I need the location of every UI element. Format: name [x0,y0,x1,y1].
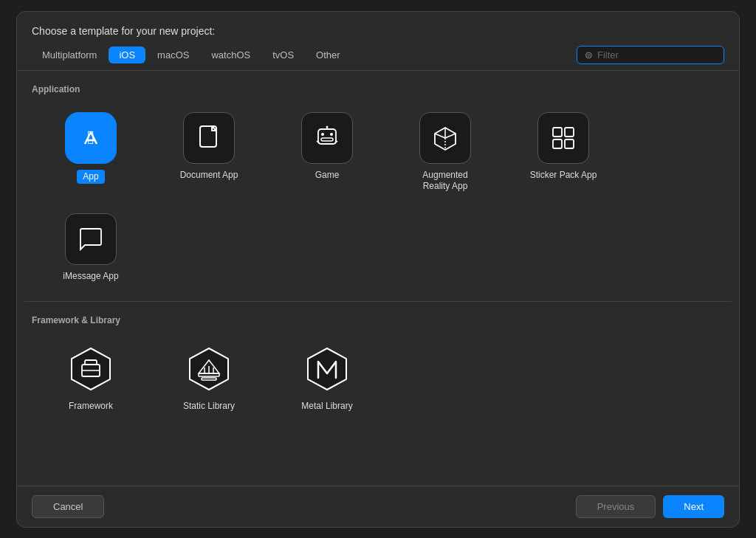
imessage-icon [65,213,117,265]
app-label: App [77,170,104,184]
svg-point-11 [326,125,329,128]
svg-rect-17 [553,128,562,137]
previous-button[interactable]: Previous [576,495,656,518]
sticker-pack-label: Sticker Pack App [530,170,597,182]
filter-icon: ⊜ [585,49,593,61]
footer: Cancel Previous Next [17,486,739,527]
static-library-icon [183,343,235,395]
tab-macos[interactable]: macOS [147,46,199,63]
template-app[interactable]:  App [32,103,150,204]
framework-grid: Framework Static Library [24,334,732,424]
framework-label: Framework [69,401,113,413]
game-icon [301,112,353,164]
framework-section-label: Framework & Library [24,309,732,334]
ar-app-icon [419,112,471,164]
ar-app-label: AugmentedReality App [422,170,467,193]
template-framework[interactable]: Framework [32,334,150,424]
svg-point-8 [330,133,333,136]
document-app-icon [183,112,235,164]
svg-rect-18 [565,128,574,137]
imessage-label: iMessage App [63,271,118,283]
footer-right: Previous Next [576,495,724,518]
template-static-library[interactable]: Static Library [150,334,268,424]
svg-rect-20 [565,139,574,148]
framework-icon [65,343,117,395]
application-grid:  App [24,103,732,294]
svg-marker-31 [308,348,346,390]
template-sticker-pack[interactable]: Sticker Pack App [504,103,622,204]
template-document-app[interactable]: Document App [150,103,268,204]
application-section-label: Application [24,78,732,103]
tab-ios[interactable]: iOS [109,46,145,63]
next-button[interactable]: Next [663,495,724,518]
filter-box: ⊜ [577,46,724,64]
game-label: Game [315,170,340,182]
tab-other[interactable]: Other [306,46,351,63]
svg-rect-19 [553,139,562,148]
svg-rect-9 [321,138,333,141]
template-imessage-app[interactable]: iMessage App [32,204,150,294]
section-divider [24,301,732,302]
svg-line-14 [445,134,456,138]
svg-rect-6 [318,129,336,144]
svg-line-15 [435,134,445,138]
tab-tvos[interactable]: tvOS [262,46,304,63]
cancel-button[interactable]: Cancel [32,495,104,518]
app-icon:  [65,112,117,164]
template-ar-app[interactable]: AugmentedReality App [386,103,504,204]
tab-multiplatform[interactable]: Multiplatform [32,46,107,63]
template-metal-library[interactable]: Metal Library [268,334,386,424]
dialog-title: Choose a template for your new project: [17,12,739,46]
sticker-pack-icon [537,112,589,164]
content-area: Application  App [17,71,739,486]
metal-library-label: Metal Library [301,401,352,413]
svg-marker-21 [72,348,110,390]
tab-watchos[interactable]: watchOS [201,46,261,63]
static-library-label: Static Library [183,401,235,413]
tab-bar: Multiplatform iOS macOS watchOS tvOS Oth… [17,46,739,71]
template-game[interactable]: Game [268,103,386,204]
new-project-dialog: Choose a template for your new project: … [16,11,740,528]
metal-library-icon [301,343,353,395]
svg-point-7 [321,133,324,136]
filter-input[interactable] [597,49,716,61]
document-app-label: Document App [180,170,238,182]
